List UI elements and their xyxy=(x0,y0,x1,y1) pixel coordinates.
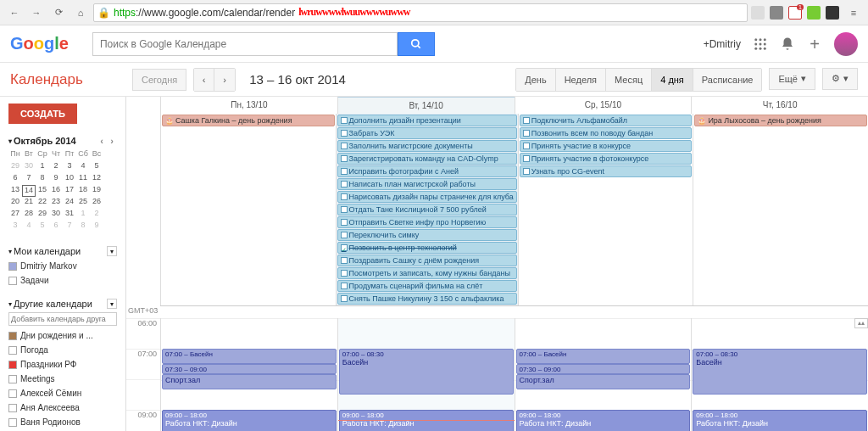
nav-back-icon[interactable]: ← xyxy=(5,3,24,22)
event[interactable]: 07:30 – 09:00 xyxy=(162,364,337,374)
task-checkbox[interactable] xyxy=(341,193,348,200)
task-chip[interactable]: Позвонить в центр технологий xyxy=(337,242,517,254)
mini-cal-day[interactable]: 17 xyxy=(63,185,76,197)
birthday-chip[interactable]: 🎂Ира Лыхосова – день рождения xyxy=(694,115,867,126)
mini-cal-day[interactable]: 6 xyxy=(8,173,22,185)
ext-icon[interactable] xyxy=(770,6,783,20)
mini-cal-day[interactable]: 5 xyxy=(90,161,103,173)
mini-cal-day[interactable]: 2 xyxy=(90,209,103,221)
task-checkbox[interactable] xyxy=(341,130,348,137)
mini-cal-day[interactable]: 24 xyxy=(63,197,76,209)
task-chip[interactable]: Отдать Тане Кислициной 7 500 рублей xyxy=(337,204,517,216)
view-month-button[interactable]: Месяц xyxy=(606,69,652,91)
task-checkbox[interactable] xyxy=(341,295,348,302)
settings-button[interactable]: ⚙ ▾ xyxy=(822,68,858,90)
mini-cal-day[interactable]: 22 xyxy=(36,197,49,209)
event[interactable]: Спорт.зал xyxy=(516,374,691,389)
task-chip[interactable]: Переключить симку xyxy=(337,229,517,241)
task-chip[interactable]: Дополнить дизайн презентации xyxy=(337,115,517,126)
mini-cal-day[interactable]: 7 xyxy=(63,221,76,232)
mini-cal-day[interactable]: 25 xyxy=(76,197,90,209)
view-day-button[interactable]: День xyxy=(516,69,555,91)
mini-cal-day[interactable]: 5 xyxy=(36,221,49,232)
task-checkbox[interactable] xyxy=(341,244,348,251)
search-button[interactable] xyxy=(398,32,435,56)
next-period-button[interactable]: › xyxy=(214,69,235,91)
event[interactable]: 09:00 – 18:00Работа НКТ: Дизайн xyxy=(516,410,691,431)
mini-cal-expand-icon[interactable]: ▾ xyxy=(8,137,12,145)
day-header[interactable]: Ср, 15/10 xyxy=(515,97,692,114)
calendar-item[interactable]: Погода xyxy=(8,345,117,355)
event[interactable]: 09:00 – 18:00Работа НКТ: Дизайн xyxy=(693,410,867,431)
other-calendars-header[interactable]: ▾ Другие календари ▾ xyxy=(8,299,117,309)
add-icon[interactable]: + xyxy=(807,36,822,52)
mini-cal-day[interactable]: 9 xyxy=(90,221,103,232)
task-chip[interactable]: Нарисовать дизайн пары страничек для клу… xyxy=(337,191,517,203)
task-chip[interactable]: Снять Пашке Никулину 3 150 с альфаклика xyxy=(337,293,517,305)
task-checkbox[interactable] xyxy=(341,270,348,277)
mini-cal-day[interactable]: 31 xyxy=(63,209,76,221)
mini-cal-day[interactable]: 15 xyxy=(36,185,49,197)
ext-icon[interactable] xyxy=(826,6,839,20)
task-checkbox[interactable] xyxy=(341,257,348,264)
task-chip[interactable]: Посмотреть и записать, кому нужны бандан… xyxy=(337,267,517,279)
task-checkbox[interactable] xyxy=(341,168,348,175)
task-checkbox[interactable] xyxy=(341,219,348,226)
day-header[interactable]: Вт, 14/10 xyxy=(337,97,515,114)
mini-cal-day[interactable]: 19 xyxy=(90,185,103,197)
allday-column[interactable]: Дополнить дизайн презентацииЗабрать УЭКЗ… xyxy=(336,114,518,305)
prev-period-button[interactable]: ‹ xyxy=(194,69,214,91)
mini-cal-day[interactable]: 28 xyxy=(22,209,36,221)
mini-cal-next[interactable]: › xyxy=(107,136,117,146)
birthday-chip[interactable]: 🎂Сашка Галкина – день рождения xyxy=(162,115,335,126)
task-chip[interactable]: Позвонить всем по поводу бандан xyxy=(520,127,693,139)
task-checkbox[interactable] xyxy=(341,206,348,213)
allday-column[interactable]: 🎂Ира Лыхосова – день рождения xyxy=(693,114,868,305)
allday-column[interactable]: Подключить АльфамобайлПозвонить всем по … xyxy=(518,114,693,305)
calendar-item[interactable]: Dmitriy Markov xyxy=(8,261,117,271)
url-bar[interactable]: 🔒 https://www.google.com/calendar/render… xyxy=(93,3,748,22)
task-chip[interactable]: Продумать сценарий фильма на слёт xyxy=(337,280,517,292)
task-chip[interactable]: Забрать УЭК xyxy=(337,127,517,139)
mini-cal-day[interactable]: 4 xyxy=(76,161,90,173)
view-agenda-button[interactable]: Расписание xyxy=(693,69,762,91)
mini-cal-day[interactable]: 30 xyxy=(22,161,36,173)
calendar-item[interactable]: Meetings xyxy=(8,374,117,383)
task-chip[interactable]: Узнать про CG-event xyxy=(520,165,693,177)
event[interactable]: 07:00 – 08:30Басейн xyxy=(693,349,867,395)
calendar-item[interactable]: Алексей Сёмин xyxy=(8,389,117,398)
scroll-up-indicator[interactable]: ▴▴ xyxy=(854,318,868,328)
mini-cal-day[interactable]: 23 xyxy=(49,197,63,209)
mini-cal-day[interactable]: 13 xyxy=(8,185,22,197)
event[interactable]: 09:00 – 18:00Работа НКТ: Дизайн xyxy=(162,410,337,431)
task-chip[interactable]: Заполнить магистрские документы xyxy=(337,140,517,152)
mini-cal-day[interactable]: 1 xyxy=(76,209,90,221)
calendar-item[interactable]: Праздники РФ xyxy=(8,360,117,369)
more-button[interactable]: Ещё ▾ xyxy=(769,68,815,90)
day-column[interactable]: 07:00 – Басейн07:30 – 09:00Спорт.зал09:0… xyxy=(160,318,337,431)
mini-cal-day[interactable]: 6 xyxy=(49,221,63,232)
google-logo[interactable]: Google xyxy=(10,34,69,53)
task-chip[interactable]: Написать план магистрской работы xyxy=(337,178,517,190)
day-column[interactable]: 07:00 – Басейн07:30 – 09:00Спорт.зал09:0… xyxy=(515,318,692,431)
event[interactable]: 07:00 – Басейн xyxy=(516,349,691,364)
mini-cal-day[interactable]: 29 xyxy=(36,209,49,221)
ext-icon[interactable] xyxy=(751,6,765,20)
allday-column[interactable]: 🎂Сашка Галкина – день рождения xyxy=(160,114,336,305)
event[interactable]: Спорт.зал xyxy=(162,374,337,389)
search-input[interactable] xyxy=(92,32,398,56)
mini-cal-day[interactable]: 10 xyxy=(63,173,76,185)
task-chip[interactable]: Подключить Альфамобайл xyxy=(520,115,693,126)
today-button[interactable]: Сегодня xyxy=(132,69,186,91)
calendar-item[interactable]: Дни рождения и ... xyxy=(8,331,117,340)
user-link[interactable]: +Dmitriy xyxy=(704,38,741,50)
task-checkbox[interactable] xyxy=(523,117,530,124)
event[interactable]: 07:00 – Басейн xyxy=(162,349,337,364)
mini-cal-day[interactable]: 18 xyxy=(76,185,90,197)
mini-cal-day[interactable]: 2 xyxy=(49,161,63,173)
my-calendars-header[interactable]: ▾ Мои календари ▾ xyxy=(8,246,117,256)
calendar-item[interactable]: Аня Алексеева xyxy=(8,403,117,412)
task-chip[interactable]: Поздравить Сашку с днём рождения xyxy=(337,255,517,266)
mini-cal-day[interactable]: 27 xyxy=(8,209,22,221)
apps-icon[interactable] xyxy=(753,36,768,52)
